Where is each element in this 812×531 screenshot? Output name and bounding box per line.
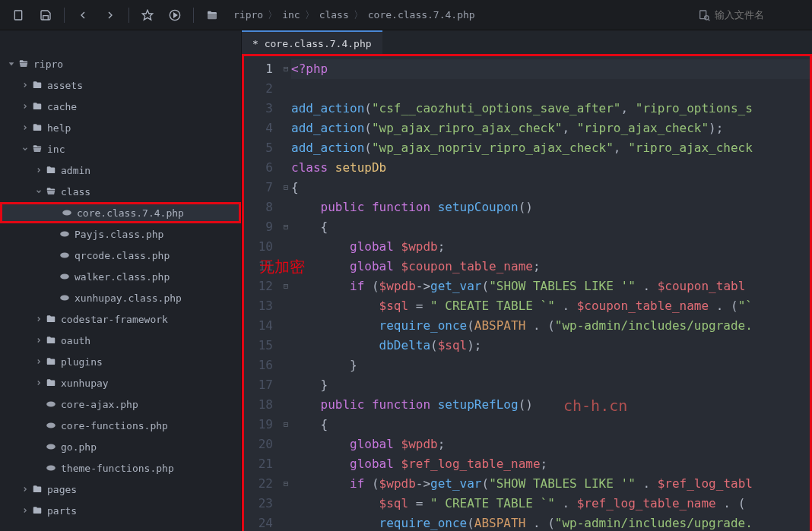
toolbar-separator <box>64 8 65 23</box>
line-number: 22 <box>244 474 273 494</box>
breadcrumb-item[interactable]: ripro <box>233 9 263 21</box>
tree-item-label: xunhupay <box>61 378 109 389</box>
star-icon[interactable] <box>135 3 160 27</box>
svg-point-12 <box>60 296 69 301</box>
tree-file[interactable]: go.php <box>0 436 241 457</box>
svg-marker-3 <box>174 13 177 17</box>
tree-folder[interactable]: plugins <box>0 351 241 372</box>
tree-file[interactable]: core-ajax.php <box>0 394 241 415</box>
fold-marker[interactable]: ⊟ <box>281 277 291 296</box>
tree-item-label: core.class.7.4.php <box>77 207 184 219</box>
line-number: 24 <box>244 514 273 531</box>
line-number: 20 <box>244 435 273 454</box>
tree-folder[interactable]: admin <box>0 160 241 181</box>
fold-marker <box>281 336 291 356</box>
breadcrumb-item[interactable]: class <box>319 9 349 21</box>
chevron-icon <box>20 145 30 153</box>
svg-point-14 <box>46 423 56 428</box>
toolbar: ripro〉inc〉class〉core.class.7.4.php <box>0 0 812 30</box>
tree-item-label: core-functions.php <box>61 420 168 431</box>
tree-folder[interactable]: inc <box>0 138 241 160</box>
tree-folder[interactable]: parts <box>0 500 241 521</box>
tree-folder[interactable]: cache <box>0 96 241 117</box>
code-line: add_action("csf__caozhuti_options_save_a… <box>291 99 810 119</box>
code-line: if ($wpdb->get_var("SHOW TABLES LIKE '" … <box>291 277 810 296</box>
run-icon[interactable] <box>163 3 187 27</box>
code-line: { <box>291 217 810 237</box>
tree-file[interactable]: qrcode.class.php <box>0 245 241 266</box>
folder-icon <box>44 356 58 367</box>
code-content[interactable]: <?phpadd_action("csf__caozhuti_options_s… <box>291 56 810 531</box>
tree-item-label: codestar-framework <box>61 314 168 325</box>
fold-marker[interactable]: ⊟ <box>281 178 291 198</box>
folder-icon <box>44 335 58 346</box>
line-number: 3 <box>244 99 273 119</box>
svg-point-10 <box>60 253 69 258</box>
tree-item-label: xunhupay.class.php <box>75 292 182 304</box>
code-line: { <box>291 178 810 198</box>
nav-back-icon[interactable] <box>71 3 95 27</box>
tree-folder[interactable]: help <box>0 117 241 138</box>
tree-folder[interactable]: oauth <box>0 330 241 351</box>
tree-folder[interactable]: ripro <box>0 53 241 74</box>
tree-file[interactable]: core.class.7.4.php <box>0 202 241 223</box>
tree-file[interactable]: xunhupay.class.php <box>0 287 241 308</box>
chevron-icon <box>20 81 30 89</box>
tree-file[interactable]: theme-functions.php <box>0 457 241 479</box>
breadcrumb: ripro〉inc〉class〉core.class.7.4.php <box>233 8 475 22</box>
line-number: 13 <box>244 296 273 316</box>
fold-marker <box>281 375 291 395</box>
svg-point-8 <box>62 210 71 216</box>
folder-icon <box>30 144 44 154</box>
nav-forward-icon[interactable] <box>98 3 122 27</box>
fold-marker[interactable]: ⊟ <box>281 217 291 237</box>
fold-marker[interactable]: ⊟ <box>281 415 291 435</box>
breadcrumb-item[interactable]: core.class.7.4.php <box>368 9 475 21</box>
file-tree: riproassetscachehelpincadminclasscore.cl… <box>0 30 242 531</box>
tree-folder[interactable]: codestar-framework <box>0 308 241 330</box>
tree-file[interactable]: Payjs.class.php <box>0 223 241 245</box>
fold-column: ⊟⊟⊟⊟⊟⊟ <box>281 56 291 531</box>
save-icon[interactable] <box>33 3 58 27</box>
tree-file[interactable]: core-functions.php <box>0 415 241 436</box>
tree-folder[interactable]: xunhupay <box>0 372 241 394</box>
svg-point-11 <box>60 274 69 280</box>
fold-marker[interactable]: ⊟ <box>281 474 291 494</box>
fold-marker[interactable]: ⊟ <box>281 59 291 79</box>
file-search[interactable] <box>698 9 806 21</box>
fold-marker <box>281 356 291 375</box>
folder-icon <box>44 378 58 388</box>
fold-marker <box>281 119 291 138</box>
line-number: 6 <box>244 158 273 178</box>
folder-icon <box>44 165 58 175</box>
tree-item-label: help <box>47 122 71 134</box>
svg-marker-7 <box>9 62 14 65</box>
code-line: add_action("wp_ajax_ripro_ajax_check", "… <box>291 119 810 138</box>
tree-folder[interactable]: assets <box>0 74 241 96</box>
folder-open-icon[interactable] <box>200 3 224 27</box>
tree-item-label: ripro <box>33 58 63 70</box>
line-number: 11 <box>244 257 273 277</box>
breadcrumb-item[interactable]: inc <box>282 9 300 21</box>
editor-tab[interactable]: * core.class.7.4.php <box>242 30 382 55</box>
code-line: } <box>291 375 810 395</box>
new-file-icon[interactable] <box>6 3 30 27</box>
fold-marker <box>281 198 291 217</box>
tree-folder[interactable]: pages <box>0 479 241 500</box>
php-file-icon <box>58 250 71 261</box>
tree-item-label: theme-functions.php <box>61 463 174 474</box>
chevron-icon <box>20 103 30 110</box>
file-search-input[interactable] <box>715 9 806 21</box>
chevron-icon <box>33 315 44 323</box>
tree-item-label: class <box>61 186 90 198</box>
line-number: 23 <box>244 494 273 514</box>
php-file-icon <box>58 229 71 239</box>
folder-icon <box>30 505 44 516</box>
tree-file[interactable]: walker.class.php <box>0 266 241 287</box>
tree-folder[interactable]: class <box>0 181 241 202</box>
line-number: 7 <box>244 178 273 198</box>
line-number: 19 <box>244 415 273 435</box>
tree-item-label: cache <box>47 101 77 112</box>
fold-marker <box>281 454 291 474</box>
code-line: require_once(ABSPATH . ("wp-admin/includ… <box>291 316 810 336</box>
